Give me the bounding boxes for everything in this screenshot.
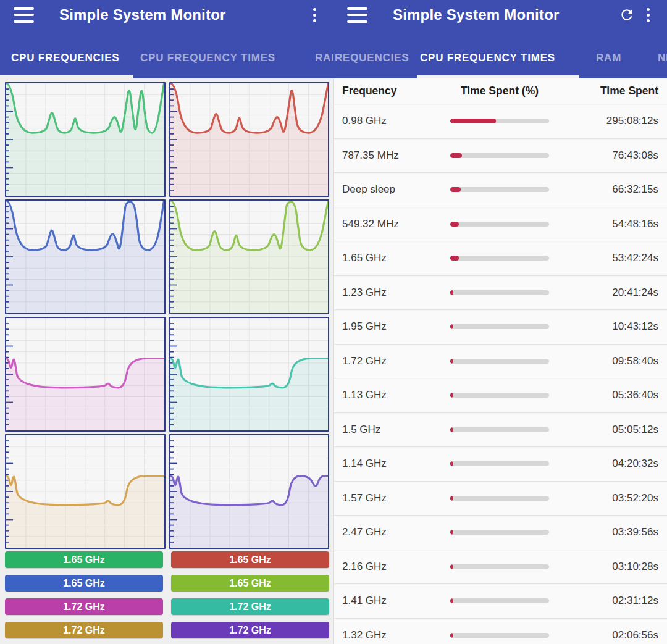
page-title: Simple System Monitor	[393, 6, 560, 23]
time-spent-cell: 20:41:24s	[549, 286, 658, 299]
current-frequency-badge-core-4: 1.65 GHz	[171, 575, 329, 592]
current-frequency-badge-core-5: 1.72 GHz	[5, 598, 163, 615]
menu-icon[interactable]	[347, 7, 367, 23]
right-tab-bar: REQUENCIESCPU FREQUENCY TIMESRAMNE	[334, 30, 667, 78]
time-spent-progress-bar	[450, 598, 549, 603]
time-spent-cell: 66:32:15s	[549, 183, 658, 196]
active-tab-indicator	[0, 75, 133, 78]
time-spent-progress-bar	[450, 427, 549, 432]
table-row: 1.23 GHz20:41:24s	[334, 275, 667, 310]
frequency-times-table: 0.98 GHz295:08:12s787.35 MHz76:43:08sDee…	[334, 104, 667, 644]
time-spent-progress-fill	[450, 461, 453, 466]
cpu-current-frequency-badges: 1.65 GHz1.65 GHz1.65 GHz1.65 GHz1.72 GHz…	[5, 551, 329, 638]
time-spent-cell: 02:31:12s	[549, 595, 658, 607]
time-spent-progress-bar	[450, 119, 549, 123]
left-screen: Simple System Monitor CPU FREQUENCIESCPU…	[0, 0, 334, 644]
table-row: 2.47 GHz03:39:56s	[334, 515, 667, 550]
frequency-cell: 2.47 GHz	[342, 526, 450, 538]
time-spent-progress-bar	[450, 222, 549, 227]
time-spent-cell: 09:58:40s	[549, 355, 658, 367]
time-spent-cell: 03:10:28s	[549, 561, 658, 573]
table-row: 1.65 GHz53:42:24s	[334, 241, 667, 275]
time-spent-cell: 53:42:24s	[549, 252, 658, 264]
frequency-cell: 0.98 GHz	[342, 115, 450, 127]
column-header-time-spent: Time Spent	[549, 85, 658, 98]
table-row: 1.41 GHz02:31:12s	[334, 583, 667, 618]
frequency-chart-cpu-core-4	[169, 199, 330, 314]
time-spent-progress-fill	[450, 598, 453, 603]
page-title: Simple System Monitor	[59, 6, 226, 23]
time-spent-progress-fill	[450, 393, 453, 398]
time-spent-progress-bar	[450, 324, 549, 329]
time-spent-cell: 05:36:40s	[549, 389, 658, 401]
frequency-chart-cpu-core-2	[169, 82, 330, 197]
time-spent-progress-fill	[450, 290, 453, 295]
frequency-chart-cpu-core-8	[169, 434, 330, 549]
left-app-bar: Simple System Monitor	[0, 0, 334, 30]
table-row: 1.72 GHz09:58:40s	[334, 344, 667, 378]
table-row: 549.32 MHz54:48:16s	[334, 207, 667, 241]
time-spent-progress-bar	[450, 393, 549, 398]
time-spent-progress-fill	[450, 359, 453, 364]
frequency-chart-cpu-core-1	[5, 82, 166, 197]
current-frequency-badge-core-7: 1.72 GHz	[5, 622, 163, 638]
time-spent-progress-bar	[450, 290, 549, 295]
table-row: 1.5 GHz05:05:12s	[334, 412, 667, 447]
tab-cpu-frequency-times[interactable]: CPU FREQUENCY TIMES	[140, 52, 275, 64]
active-tab-indicator	[417, 75, 579, 78]
time-spent-progress-bar	[450, 530, 549, 535]
tab-cpu-frequencies[interactable]: CPU FREQUENCIES	[11, 52, 119, 64]
cpu-frequencies-panel: 1.65 GHz1.65 GHz1.65 GHz1.65 GHz1.72 GHz…	[0, 78, 334, 644]
tab-cpu-frequency-times[interactable]: CPU FREQUENCY TIMES	[420, 52, 555, 64]
current-frequency-badge-core-8: 1.72 GHz	[171, 622, 329, 638]
time-spent-progress-fill	[450, 427, 453, 432]
cpu-charts-grid	[5, 82, 329, 549]
tab-ram[interactable]: RAM	[596, 52, 621, 64]
frequency-cell: 549.32 MHz	[342, 218, 450, 230]
time-spent-progress-bar	[450, 256, 549, 261]
column-header-frequency: Frequency	[342, 85, 450, 98]
time-spent-progress-fill	[450, 153, 462, 158]
time-spent-progress-fill	[450, 530, 453, 535]
time-spent-progress-bar	[450, 496, 549, 501]
frequency-cell: 1.14 GHz	[342, 458, 450, 470]
time-spent-cell: 295:08:12s	[549, 115, 658, 127]
overflow-menu-icon[interactable]	[637, 4, 658, 25]
menu-icon[interactable]	[14, 7, 34, 23]
table-row: Deep sleep66:32:15s	[334, 172, 667, 207]
time-spent-progress-bar	[450, 359, 549, 364]
refresh-icon[interactable]	[616, 4, 637, 25]
frequency-chart-cpu-core-6	[169, 317, 330, 432]
overflow-menu-icon[interactable]	[304, 4, 325, 25]
time-spent-progress-bar	[450, 153, 549, 158]
table-row: 1.32 GHz02:06:56s	[334, 618, 667, 644]
current-frequency-badge-core-3: 1.65 GHz	[5, 575, 163, 592]
tab-ram[interactable]: RAM	[315, 52, 334, 64]
cpu-frequency-times-panel: Frequency Time Spent (%) Time Spent 0.98…	[334, 78, 667, 644]
table-header: Frequency Time Spent (%) Time Spent	[334, 78, 667, 104]
time-spent-cell: 10:43:12s	[549, 320, 658, 333]
time-spent-progress-fill	[450, 222, 459, 227]
current-frequency-badge-core-1: 1.65 GHz	[5, 551, 163, 568]
time-spent-cell: 02:06:56s	[549, 629, 658, 642]
tab-requencies[interactable]: REQUENCIES	[335, 52, 409, 64]
time-spent-progress-fill	[450, 496, 453, 501]
frequency-cell: 1.57 GHz	[342, 492, 450, 504]
frequency-cell: 787.35 MHz	[342, 149, 450, 162]
table-row: 1.95 GHz10:43:12s	[334, 309, 667, 344]
frequency-cell: 1.5 GHz	[342, 424, 450, 436]
frequency-cell: 1.13 GHz	[342, 389, 450, 401]
column-header-time-spent-percent: Time Spent (%)	[450, 85, 549, 98]
table-row: 1.13 GHz05:36:40s	[334, 378, 667, 412]
tab-ne[interactable]: NE	[658, 52, 667, 64]
frequency-cell: 1.72 GHz	[342, 355, 450, 367]
frequency-cell: 2.16 GHz	[342, 561, 450, 573]
frequency-cell: 1.65 GHz	[342, 252, 450, 264]
time-spent-cell: 03:52:20s	[549, 492, 658, 504]
frequency-cell: 1.95 GHz	[342, 320, 450, 333]
time-spent-progress-bar	[450, 461, 549, 466]
frequency-cell: 1.32 GHz	[342, 629, 450, 642]
time-spent-cell: 04:20:32s	[549, 458, 658, 470]
time-spent-cell: 03:39:56s	[549, 526, 658, 538]
right-screen: Simple System Monitor REQUENCIESCPU FREQ…	[334, 0, 667, 644]
